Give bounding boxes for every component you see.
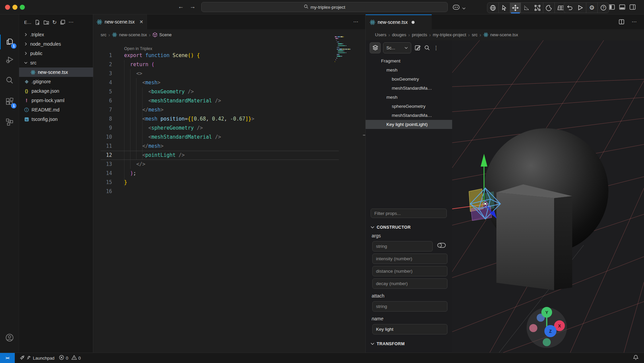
globe-world-icon[interactable] — [487, 3, 498, 13]
scene-tree-item-Fragment[interactable]: Fragment — [366, 56, 452, 65]
modified-dot-icon[interactable] — [412, 21, 415, 24]
code-line-6[interactable]: 6 <meshStandardMaterial /> — [93, 96, 366, 105]
breadcrumb-item-douges[interactable]: douges — [392, 32, 407, 37]
settings-gear-icon[interactable]: ⚙ — [586, 3, 597, 13]
prop-input-distance-number-[interactable] — [372, 266, 447, 276]
prop-input-string[interactable] — [372, 301, 447, 312]
file-row-new-scene-tsx[interactable]: new-scene.tsx — [19, 67, 93, 77]
breadcrumb-item-new-scene-tsx[interactable]: new-scene.tsx — [490, 32, 518, 37]
search-view-icon[interactable] — [0, 72, 19, 88]
problems-item[interactable]: 0 0 — [59, 355, 80, 361]
chevron-down-icon[interactable] — [462, 5, 466, 11]
code-line-4[interactable]: 4 <mesh> — [93, 78, 366, 87]
maximize-window-button[interactable] — [20, 5, 25, 10]
file-row-README-md[interactable]: README.md — [19, 105, 93, 115]
navigate-forward-icon[interactable]: → — [190, 3, 196, 10]
prop-input-string[interactable] — [372, 241, 433, 252]
play-icon[interactable] — [575, 3, 586, 13]
code-line-11[interactable]: 11 </mesh> — [93, 142, 366, 151]
run-debug-view-icon[interactable] — [0, 52, 19, 68]
close-window-button[interactable] — [5, 5, 10, 10]
split-editor-icon[interactable] — [619, 19, 625, 26]
file-row-package-json[interactable]: {}package.json — [19, 86, 93, 96]
code-line-1[interactable]: 1export function Scene() { — [93, 51, 366, 60]
scene-layers-button[interactable] — [370, 42, 381, 53]
code-line-13[interactable]: 13 </> — [93, 160, 366, 169]
file-row--gitignore[interactable]: .gitignore — [19, 77, 93, 86]
breadcrumb-item-projects[interactable]: projects — [412, 32, 427, 37]
code-line-2[interactable]: 2 return ( — [93, 60, 366, 69]
open-in-triplex-codelens[interactable]: Open in Triplex — [93, 40, 366, 51]
breadcrumb-item-my-triplex-project[interactable]: my-triplex-project — [433, 32, 466, 37]
launchpad-item[interactable]: Launchpad — [19, 355, 54, 361]
tab-new-scene[interactable]: new-scene.tsx ✕ — [93, 14, 147, 29]
prop-type-toggle[interactable] — [437, 242, 446, 248]
new-file-icon[interactable] — [35, 19, 40, 25]
remote-indicator[interactable]: >< — [0, 353, 15, 363]
scene-tree-item-mesh[interactable]: mesh — [366, 93, 452, 102]
scene-tree-item-meshStandardMa-[interactable]: meshStandardMa… — [366, 84, 452, 93]
undo-icon[interactable] — [564, 3, 575, 13]
toggle-primary-sidebar-icon[interactable] — [608, 3, 615, 12]
minimap[interactable] — [335, 36, 351, 67]
notifications-bell-icon[interactable] — [633, 355, 639, 362]
file-row--triplex[interactable]: .triplex — [19, 30, 93, 39]
transform-tool-icon[interactable] — [532, 3, 543, 13]
remote-explorer-view-icon[interactable] — [0, 114, 19, 130]
breadcrumb-symbol[interactable]: Scene — [159, 32, 172, 37]
section-header-constructor[interactable]: CONSTRUCTOR — [371, 224, 452, 231]
move-tool-icon[interactable] — [510, 3, 521, 13]
code-line-10[interactable]: 10 <meshStandardMaterial /> — [93, 133, 366, 142]
copilot-icon[interactable] — [452, 3, 460, 12]
scene-tree-item-meshStandardMa-[interactable]: meshStandardMa… — [366, 111, 452, 120]
command-center-search[interactable]: my-triplex-project — [201, 2, 448, 12]
scene-tree-item-boxGeometry[interactable]: boxGeometry — [366, 75, 452, 84]
file-row-src[interactable]: src — [19, 58, 93, 67]
code-line-16[interactable]: 16 — [93, 187, 366, 196]
code-line-5[interactable]: 5 <boxGeometry /> — [93, 87, 366, 96]
file-row-public[interactable]: public — [19, 49, 93, 58]
scene-tree-item-mesh[interactable]: mesh — [366, 65, 452, 75]
edit-scene-icon[interactable] — [415, 45, 421, 51]
code-line-9[interactable]: 9 <sphereGeometry /> — [93, 124, 366, 133]
breadcrumb-src[interactable]: src — [101, 32, 106, 37]
kebab-menu-icon[interactable]: ⋮ — [433, 45, 439, 51]
explorer-view-icon[interactable]: 1 — [0, 34, 19, 50]
toggle-secondary-sidebar-icon[interactable] — [629, 3, 636, 12]
code-line-3[interactable]: 3 <> — [93, 69, 366, 78]
breadcrumb-item-Users[interactable]: Users — [375, 32, 386, 37]
tab-new-scene-triplex[interactable]: new-scene.tsx — [366, 14, 432, 29]
code-editor[interactable]: Open in Triplex 1export function Scene()… — [93, 40, 366, 353]
code-line-7[interactable]: 7 </mesh> — [93, 105, 366, 115]
file-row-tsconfig-json[interactable]: tstsconfig.json — [19, 115, 93, 124]
new-folder-icon[interactable] — [43, 19, 49, 25]
scene-tree-item-Key-light-pointLight-[interactable]: Key light (pointLight) — [366, 120, 452, 129]
file-row-node-modules[interactable]: node_modules — [19, 39, 93, 49]
code-line-8[interactable]: 8 <mesh position={[0.68, 0.42, -0.67]}> — [93, 115, 366, 124]
filter-props-input[interactable] — [371, 209, 447, 218]
breadcrumb-file[interactable]: new-scene.tsx — [119, 32, 147, 37]
code-line-15[interactable]: 15} — [93, 178, 366, 187]
navigate-back-icon[interactable]: ← — [178, 3, 184, 10]
prop-input-decay-number-[interactable] — [372, 278, 447, 289]
prop-input-name[interactable] — [372, 324, 447, 334]
help-icon[interactable]: ? — [598, 3, 609, 13]
search-scene-icon[interactable] — [424, 45, 430, 51]
scene-select-dropdown[interactable]: Sc... — [383, 42, 411, 53]
scene-tree-item-sphereGeometry[interactable]: sphereGeometry — [366, 102, 452, 111]
scale-tool-icon[interactable] — [521, 3, 532, 13]
file-row-pnpm-lock-yaml[interactable]: !pnpm-lock.yaml — [19, 96, 93, 105]
minimize-window-button[interactable] — [12, 5, 17, 10]
extensions-view-icon[interactable]: 1 — [0, 94, 19, 110]
editor-more-actions-icon[interactable]: ⋯ — [353, 19, 358, 25]
toggle-panel-icon[interactable] — [619, 3, 626, 12]
code-line-14[interactable]: 14 ); — [93, 169, 366, 178]
close-icon[interactable]: ✕ — [139, 19, 143, 25]
lighting-moon-icon[interactable] — [543, 3, 554, 13]
prop-input-intensity-number-[interactable] — [372, 254, 447, 264]
more-actions-icon[interactable]: ⋯ — [68, 19, 73, 25]
refresh-icon[interactable]: ↻ — [52, 19, 57, 26]
section-header-transform[interactable]: TRANSFORM — [371, 340, 452, 348]
collapse-folders-icon[interactable] — [60, 19, 65, 25]
more-actions-icon[interactable]: ⋯ — [632, 19, 637, 25]
